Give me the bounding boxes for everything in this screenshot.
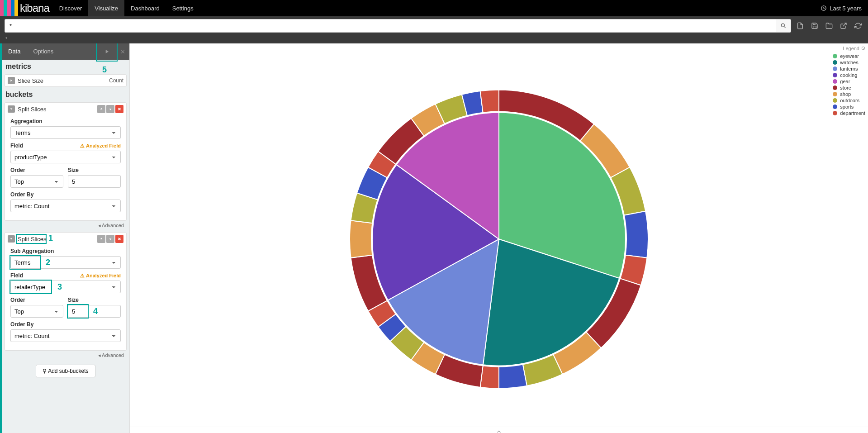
metric-value: Count (109, 77, 123, 84)
size-input[interactable] (68, 175, 121, 188)
sidebar-tabs: Data Options ✕ (2, 43, 129, 60)
refresh-icon[interactable] (853, 20, 863, 31)
advanced-toggle[interactable]: ◂ Advanced (2, 222, 129, 231)
orderby-label: Order By (10, 321, 121, 328)
bucket-split-slices-1: Split Slices Aggregation Terms Field ⚠ A… (5, 102, 127, 221)
legend-item[interactable]: department (833, 110, 865, 116)
field-label: Field (10, 143, 23, 149)
expand-spy-panel[interactable] (130, 427, 868, 433)
toggle-icon[interactable] (8, 77, 15, 84)
sub-aggregation-label: Sub Aggregation (10, 248, 121, 254)
apply-changes-button[interactable] (98, 43, 116, 60)
advanced-toggle[interactable]: ◂ Advanced (2, 352, 129, 361)
legend-label: outdoors (840, 98, 859, 103)
analyzed-field-warning: ⚠ Analyzed Field (80, 273, 121, 279)
legend-dot (833, 105, 837, 109)
save-viz-icon[interactable] (809, 20, 820, 31)
search-icon (780, 23, 787, 29)
legend-label: eyewear (840, 53, 859, 59)
discard-changes-button[interactable]: ✕ (116, 43, 129, 60)
bucket-split-slices-2: Split Slices 1 Sub Aggregation Terms 2 (5, 232, 127, 351)
field-select[interactable]: retailerType (10, 281, 121, 293)
order-select[interactable]: Top (10, 175, 63, 188)
metric-slice-size[interactable]: Slice Size Count (5, 74, 127, 87)
bucket-title: Split Slices (18, 106, 95, 113)
logo-text: kibana (18, 2, 53, 14)
move-down-button[interactable] (106, 105, 114, 113)
legend-item[interactable]: store (833, 85, 865, 91)
query-label: * (0, 35, 868, 43)
orderby-select[interactable]: metric: Count (10, 200, 121, 212)
toggle-icon[interactable] (8, 105, 15, 113)
legend-item[interactable]: outdoors (833, 97, 865, 104)
tab-options[interactable]: Options (27, 43, 60, 60)
move-down-button[interactable] (106, 235, 114, 243)
share-icon[interactable] (838, 20, 849, 31)
nav-dashboard[interactable]: Dashboard (124, 0, 166, 16)
time-picker-label: Last 5 years (830, 5, 862, 12)
search-button[interactable] (776, 19, 791, 33)
size-label: Size (68, 297, 121, 303)
time-picker[interactable]: Last 5 years (814, 5, 868, 12)
legend-label: watches (840, 60, 858, 65)
legend-item[interactable]: lanterns (833, 66, 865, 72)
toggle-icon[interactable] (8, 235, 15, 243)
order-select[interactable]: Top (10, 305, 63, 318)
annotation-2: 2 (46, 258, 50, 267)
top-navbar: kibana DiscoverVisualizeDashboardSetting… (0, 0, 868, 16)
kibana-logo[interactable]: kibana (0, 0, 53, 16)
pie-chart[interactable] (345, 85, 653, 394)
legend-item[interactable]: watches (833, 59, 865, 66)
legend-item[interactable]: cooking (833, 72, 865, 78)
field-label: Field (10, 272, 23, 279)
metrics-header: metrics (2, 60, 129, 73)
bucket-title: Split Slices (18, 236, 95, 243)
nav-visualize[interactable]: Visualize (88, 0, 124, 16)
logo-stripes (0, 0, 18, 16)
annotation-3: 3 (57, 282, 62, 292)
legend-label: shop (840, 91, 851, 97)
aggregation-label: Aggregation (10, 118, 121, 124)
legend: Legend ⊙ eyewearwatcheslanternscookingge… (833, 45, 865, 116)
orderby-select[interactable]: metric: Count (10, 329, 121, 342)
order-label: Order (10, 167, 63, 173)
legend-label: store (840, 85, 851, 90)
legend-dot (833, 54, 837, 58)
legend-label: gear (840, 79, 850, 84)
metric-title: Slice Size (18, 77, 106, 84)
main-nav: DiscoverVisualizeDashboardSettings (53, 0, 200, 16)
legend-label: department (840, 110, 865, 116)
legend-dot (833, 67, 837, 71)
new-viz-icon[interactable] (795, 20, 806, 31)
legend-item[interactable]: gear (833, 78, 865, 85)
legend-item[interactable]: shop (833, 91, 865, 97)
annotation-4: 4 (93, 307, 98, 316)
add-sub-buckets-button[interactable]: ⚲ Add sub-buckets (36, 365, 95, 377)
sub-aggregation-select[interactable]: Terms (10, 256, 121, 269)
legend-dot (833, 98, 837, 103)
field-select[interactable]: productType (10, 151, 121, 163)
collapse-icon: ⊙ (861, 45, 865, 51)
legend-label: lanterns (840, 66, 858, 71)
tab-data[interactable]: Data (2, 43, 27, 60)
nav-discover[interactable]: Discover (53, 0, 89, 16)
legend-item[interactable]: sports (833, 104, 865, 110)
annotation-5: 5 (102, 65, 107, 75)
nav-settings[interactable]: Settings (166, 0, 200, 16)
move-up-button[interactable] (97, 105, 105, 113)
legend-dot (833, 60, 837, 65)
move-up-button[interactable] (97, 235, 105, 243)
legend-item[interactable]: eyewear (833, 53, 865, 59)
search-bar (5, 19, 791, 33)
remove-button[interactable] (115, 105, 123, 113)
chevron-up-icon (496, 428, 502, 433)
aggregation-select[interactable]: Terms (10, 126, 121, 139)
search-input[interactable] (5, 19, 776, 33)
legend-title[interactable]: Legend ⊙ (833, 45, 865, 51)
remove-button[interactable] (115, 235, 123, 243)
size-label: Size (68, 167, 121, 173)
order-label: Order (10, 297, 63, 303)
load-viz-icon[interactable] (824, 20, 835, 31)
analyzed-field-warning: ⚠ Analyzed Field (80, 143, 121, 149)
legend-dot (833, 79, 837, 84)
